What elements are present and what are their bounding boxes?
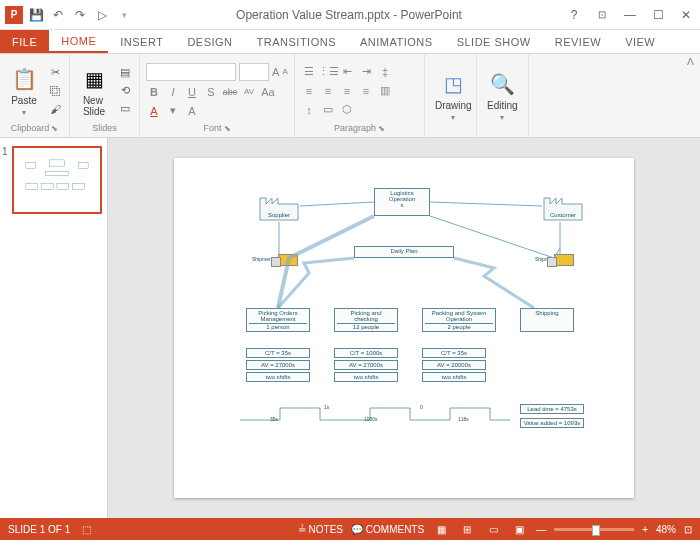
process-2[interactable]: Picking and checking12 people	[334, 308, 398, 332]
align-left-icon[interactable]: ≡	[301, 83, 317, 99]
text-direction-icon[interactable]: ↕	[301, 102, 317, 118]
reset-icon[interactable]: ⟲	[116, 83, 134, 99]
font-color-button[interactable]: A	[146, 103, 162, 119]
strike-button[interactable]: abc	[222, 84, 238, 100]
redo-icon[interactable]: ↷	[70, 5, 90, 25]
fit-window-icon[interactable]: ⊡	[684, 524, 692, 535]
minimize-icon[interactable]: —	[616, 5, 644, 25]
slideshow-view-icon[interactable]: ▣	[510, 522, 528, 536]
tab-home[interactable]: HOME	[49, 30, 108, 53]
section-icon[interactable]: ▭	[116, 101, 134, 117]
value-added-box[interactable]: Value added = 1093s	[520, 418, 584, 428]
tab-design[interactable]: DESIGN	[175, 30, 244, 53]
bold-button[interactable]: B	[146, 84, 162, 100]
save-icon[interactable]: 💾	[26, 5, 46, 25]
drawing-button[interactable]: ◳Drawing▾	[431, 58, 476, 133]
process-1[interactable]: Picking Orders Management1 person	[246, 308, 310, 332]
cut-icon[interactable]: ✂	[46, 65, 64, 81]
svg-rect-7	[73, 183, 85, 189]
metrics-3[interactable]: C/T = 35s AV = 20000s two shifts	[422, 348, 486, 382]
paragraph-launcher-icon[interactable]: ⬊	[378, 124, 385, 133]
align-text-icon[interactable]: ▭	[320, 102, 336, 118]
zoom-slider[interactable]	[554, 528, 634, 531]
clipboard-launcher-icon[interactable]: ⬊	[51, 124, 58, 133]
svg-rect-5	[41, 183, 53, 189]
tab-file[interactable]: FILE	[0, 30, 49, 53]
lead-time-box[interactable]: Lead time = 4753s	[520, 404, 584, 414]
tab-transitions[interactable]: TRANSITIONS	[245, 30, 348, 53]
editing-button[interactable]: 🔍Editing▾	[483, 58, 522, 133]
ribbon-tabs: FILE HOME INSERT DESIGN TRANSITIONS ANIM…	[0, 30, 700, 54]
italic-button[interactable]: I	[165, 84, 181, 100]
zoom-in-button[interactable]: +	[642, 524, 648, 535]
font-family-select[interactable]	[146, 63, 236, 81]
tab-animations[interactable]: ANIMATIONS	[348, 30, 445, 53]
bullets-icon[interactable]: ☰	[301, 64, 317, 80]
spellcheck-icon[interactable]: ⬚	[82, 524, 91, 535]
svg-rect-4	[26, 183, 38, 189]
font-size-select[interactable]	[239, 63, 269, 81]
close-icon[interactable]: ✕	[672, 5, 700, 25]
daily-plan-box[interactable]: Daily Plan	[354, 246, 454, 258]
new-slide-button[interactable]: ▦ New Slide	[76, 58, 112, 123]
tab-slideshow[interactable]: SLIDE SHOW	[445, 30, 543, 53]
format-painter-icon[interactable]: 🖌	[46, 101, 64, 117]
increase-indent-icon[interactable]: ⇥	[358, 64, 374, 80]
zoom-out-button[interactable]: —	[536, 524, 546, 535]
numbering-icon[interactable]: ⋮☰	[320, 64, 336, 80]
tab-insert[interactable]: INSERT	[108, 30, 175, 53]
shadow-button[interactable]: S	[203, 84, 219, 100]
case-button[interactable]: Aa	[260, 84, 276, 100]
metrics-1[interactable]: C/T = 35s AV = 27000s two shifts	[246, 348, 310, 382]
columns-icon[interactable]: ▥	[377, 83, 393, 99]
process-3[interactable]: Packing and System Operation2 people	[422, 308, 496, 332]
ribbon-options-icon[interactable]: ⊡	[588, 5, 616, 25]
svg-rect-0	[49, 160, 65, 166]
clear-format-icon[interactable]: A	[184, 103, 200, 119]
justify-icon[interactable]: ≡	[358, 83, 374, 99]
truck-icon-2[interactable]	[554, 254, 574, 266]
layout-icon[interactable]: ▤	[116, 65, 134, 81]
decrease-indent-icon[interactable]: ⇤	[339, 64, 355, 80]
slide-canvas[interactable]: Supplier Customer Logistics Operation s …	[108, 138, 700, 518]
align-right-icon[interactable]: ≡	[339, 83, 355, 99]
metrics-2[interactable]: C/T = 1000s AV = 27000s two shifts	[334, 348, 398, 382]
comments-button[interactable]: 💬 COMMENTS	[351, 524, 424, 535]
align-center-icon[interactable]: ≡	[320, 83, 336, 99]
paste-button[interactable]: 📋 Paste ▾	[6, 58, 42, 123]
process-4[interactable]: Shipping	[520, 308, 574, 332]
line-spacing-icon[interactable]: ‡	[377, 64, 393, 80]
shipment-label-1: Shipment	[252, 256, 273, 262]
normal-view-icon[interactable]: ▦	[432, 522, 450, 536]
logistics-box[interactable]: Logistics Operation s	[374, 188, 430, 216]
undo-icon[interactable]: ↶	[48, 5, 68, 25]
sorter-view-icon[interactable]: ⊞	[458, 522, 476, 536]
qat-customize-icon[interactable]: ▾	[114, 5, 134, 25]
start-slideshow-icon[interactable]: ▷	[92, 5, 112, 25]
slide-counter: SLIDE 1 OF 1	[8, 524, 70, 535]
copy-icon[interactable]: ⿻	[46, 83, 64, 99]
zoom-level[interactable]: 48%	[656, 524, 676, 535]
increase-font-icon[interactable]: A	[272, 64, 279, 80]
supplier-shape[interactable]: Supplier	[258, 192, 300, 222]
collapse-ribbon-icon[interactable]: ᐱ	[687, 56, 694, 67]
slide[interactable]: Supplier Customer Logistics Operation s …	[174, 158, 634, 498]
tab-view[interactable]: VIEW	[613, 30, 667, 53]
app-logo: P	[4, 5, 24, 25]
truck-icon-1[interactable]	[278, 254, 298, 266]
spacing-button[interactable]: AV	[241, 84, 257, 100]
decrease-font-icon[interactable]: A	[282, 64, 288, 80]
customer-shape[interactable]: Customer	[542, 192, 584, 222]
underline-button[interactable]: U	[184, 84, 200, 100]
help-icon[interactable]: ?	[560, 5, 588, 25]
smartart-icon[interactable]: ⬡	[339, 102, 355, 118]
highlight-button[interactable]: ▾	[165, 103, 181, 119]
maximize-icon[interactable]: ☐	[644, 5, 672, 25]
font-launcher-icon[interactable]: ⬊	[224, 124, 231, 133]
window-title: Operation Value Stream.pptx - PowerPoint	[138, 8, 560, 22]
notes-button[interactable]: ≟ NOTES	[298, 524, 343, 535]
find-icon: 🔍	[488, 70, 516, 98]
slide-thumbnail-1[interactable]: 1	[8, 146, 99, 214]
reading-view-icon[interactable]: ▭	[484, 522, 502, 536]
tab-review[interactable]: REVIEW	[543, 30, 613, 53]
